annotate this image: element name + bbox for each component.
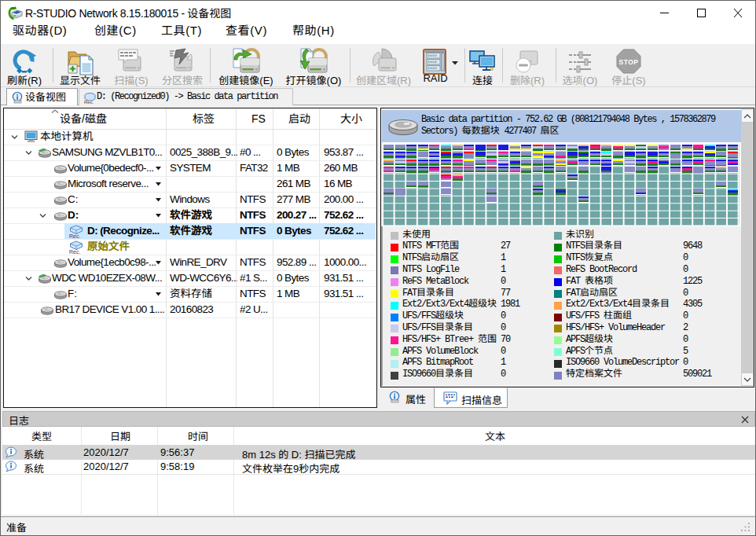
svg-text:STOP: STOP xyxy=(619,58,639,66)
svg-text:Rec.: Rec. xyxy=(84,100,94,105)
svg-text:Rec.: Rec. xyxy=(69,233,80,239)
svg-text:Rec.: Rec. xyxy=(69,249,80,255)
